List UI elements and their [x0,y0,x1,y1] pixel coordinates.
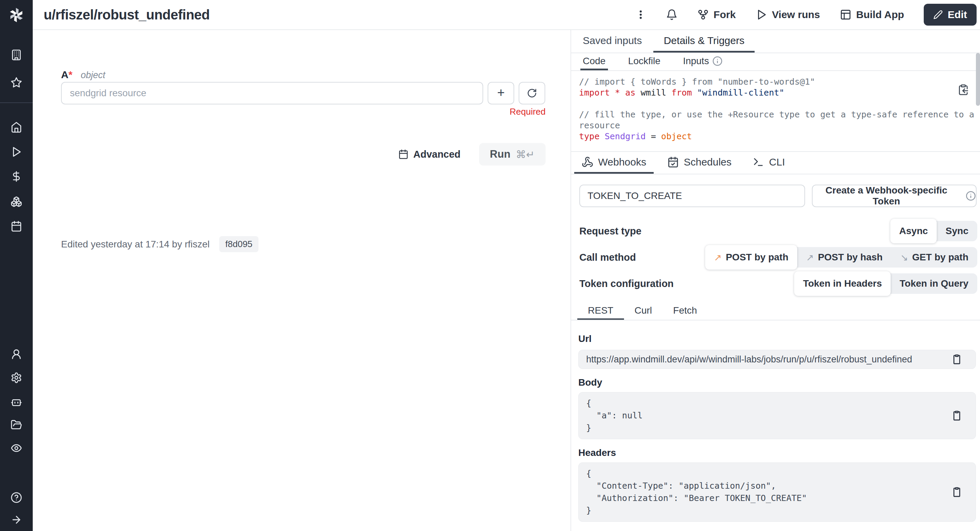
boxes-icon [11,196,22,207]
panel-scrollbar[interactable] [976,53,980,106]
token-config-row: Token configuration Token in Headers Tok… [579,271,977,296]
copy-headers-icon[interactable] [951,486,963,498]
git-fork-icon [697,9,709,21]
headers-label: Headers [578,447,980,458]
schedules-label: Schedules [684,156,732,168]
panel-tabs: Saved inputs Details & Triggers [571,30,980,53]
body-line: } [586,422,968,434]
code-viewer: // import { toWords } from "number-to-wo… [571,71,980,152]
arrow-down-right-icon: ↘ [900,252,908,263]
layout-grid-icon [840,9,851,21]
add-resource-button[interactable]: + [488,82,514,104]
code-content: // import { toWords } from "number-to-wo… [579,77,966,142]
body-line: { [586,397,968,410]
call-method-toggle: ↗ POST by path ↗ POST by hash ↘ GET by p… [705,247,977,268]
option-async[interactable]: Async [890,219,937,243]
tab-curl[interactable]: Curl [624,303,663,320]
calendar-icon [398,149,409,159]
hash-badge[interactable]: f8d095 [219,236,259,252]
sidebar-item-folders[interactable] [11,419,22,431]
url-box: https://app.windmill.dev/api/w/windmill-… [578,350,976,369]
post-by-path-label: POST by path [725,252,788,263]
option-post-by-hash[interactable]: ↗ POST by hash [797,247,891,268]
arrow-up-right-icon: ↗ [806,252,814,263]
sidebar-item-settings[interactable] [11,372,22,384]
build-app-button[interactable]: Build App [840,9,904,21]
view-runs-button[interactable]: View runs [756,9,820,21]
info-icon[interactable] [712,56,722,66]
sidebar-item-runs[interactable] [11,146,22,158]
bell-icon[interactable] [666,9,678,21]
cmd-return-shortcut: ⌘↵ [516,148,535,160]
advanced-button[interactable]: Advanced [398,149,461,160]
tab-inputs[interactable]: Inputs [681,53,725,70]
tab-code[interactable]: Code [581,53,608,70]
play-icon [11,146,22,158]
body-box: { "a": null } [578,392,976,439]
run-form: A* object + Required Advanced Run ⌘↵ Edi… [33,31,571,531]
tab-schedules[interactable]: Schedules [660,152,739,174]
fork-label: Fork [714,9,736,21]
play-outline-icon [756,9,767,21]
option-token-in-headers[interactable]: Token in Headers [794,271,891,296]
topbar-actions: Fork View runs Build App Edit [635,4,977,26]
tab-cli[interactable]: CLI [745,152,792,174]
sidebar-item-resources[interactable] [11,196,22,207]
run-label: Run [490,148,511,160]
more-vertical-icon[interactable] [635,9,646,20]
sidebar-item-collapse[interactable] [11,514,22,526]
build-app-label: Build App [856,9,904,21]
headers-box: { "Content-Type": "application/json", "A… [578,462,976,522]
option-sync[interactable]: Sync [937,221,977,241]
sidebar-item-favorites[interactable] [11,77,22,88]
copy-url-icon[interactable] [951,354,963,365]
tab-rest[interactable]: REST [577,303,624,320]
tab-lockfile[interactable]: Lockfile [626,53,663,70]
run-button[interactable]: Run ⌘↵ [479,143,546,166]
code-tabs: Code Lockfile Inputs [571,53,980,71]
sidebar-item-help[interactable] [11,492,22,503]
resource-input[interactable] [61,82,483,104]
token-input[interactable] [579,185,805,207]
post-by-hash-label: POST by hash [818,252,883,263]
edit-button[interactable]: Edit [924,4,977,26]
argument-input-row: + [61,82,546,104]
sidebar-item-users[interactable] [11,348,22,360]
buildings-icon [11,49,22,61]
info-icon[interactable] [966,191,976,201]
webhook-icon [582,156,593,168]
copy-code-icon[interactable] [958,84,969,96]
option-token-in-query[interactable]: Token in Query [891,273,977,294]
windmill-logo-icon[interactable] [7,5,26,25]
fork-button[interactable]: Fork [697,9,736,21]
required-message: Required [61,107,546,117]
tab-webhooks[interactable]: Webhooks [574,152,654,174]
tab-fetch[interactable]: Fetch [663,303,708,320]
pencil-icon [933,10,943,19]
advanced-label: Advanced [413,149,461,160]
sidebar-item-workers[interactable] [11,396,22,407]
folder-open-icon [11,419,22,431]
get-by-path-label: GET by path [912,252,969,263]
sidebar-item-audit[interactable] [11,442,22,454]
refresh-button[interactable] [519,82,545,104]
sidebar-item-schedules[interactable] [11,220,22,232]
token-config-toggle: Token in Headers Token in Query [794,273,977,294]
request-type-toggle: Async Sync [890,221,977,241]
headers-line: { [586,467,968,480]
edited-row: Edited yesterday at 17:14 by rfiszel f8d… [61,236,258,252]
sidebar-item-home[interactable] [11,121,22,133]
details-panel: Saved inputs Details & Triggers Code Loc… [571,30,980,531]
tab-saved-inputs[interactable]: Saved inputs [573,30,652,53]
sidebar-item-workspace[interactable] [11,49,22,61]
calendar-icon [11,220,22,232]
rest-tabs: REST Curl Fetch [571,303,980,321]
sidebar-item-variables[interactable] [11,171,22,182]
body-line: "a": null [586,410,968,422]
option-post-by-path[interactable]: ↗ POST by path [705,245,797,269]
copy-body-icon[interactable] [951,410,963,421]
tab-details-triggers[interactable]: Details & Triggers [653,30,755,53]
create-webhook-token-button[interactable]: Create a Webhook-specific Token [812,185,977,207]
option-get-by-path[interactable]: ↘ GET by path [891,247,977,268]
bot-icon [11,396,22,407]
